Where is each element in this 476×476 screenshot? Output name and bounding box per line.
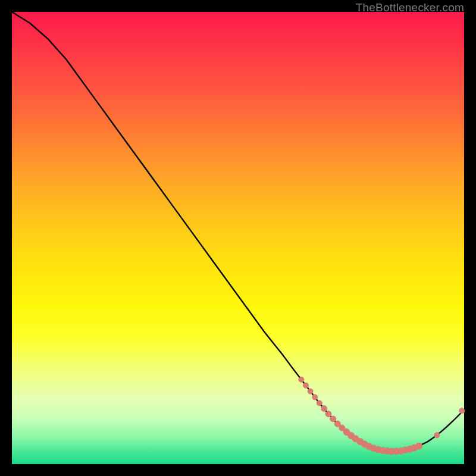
highlight-dot [416,443,422,449]
chart-frame: TheBottlenecker.com [12,12,464,464]
chart-svg [12,12,464,464]
highlight-dot [325,411,331,417]
highlight-dot [303,383,309,388]
curve-line [12,12,464,452]
highlight-dot [308,389,313,394]
highlight-dot [434,433,440,438]
highlight-dot [317,400,322,406]
highlight-dot [330,416,336,422]
highlight-dot [459,408,465,414]
highlight-dot [321,406,327,412]
highlight-dots [299,377,465,455]
highlight-dot [299,377,304,382]
highlight-dot [312,394,318,400]
